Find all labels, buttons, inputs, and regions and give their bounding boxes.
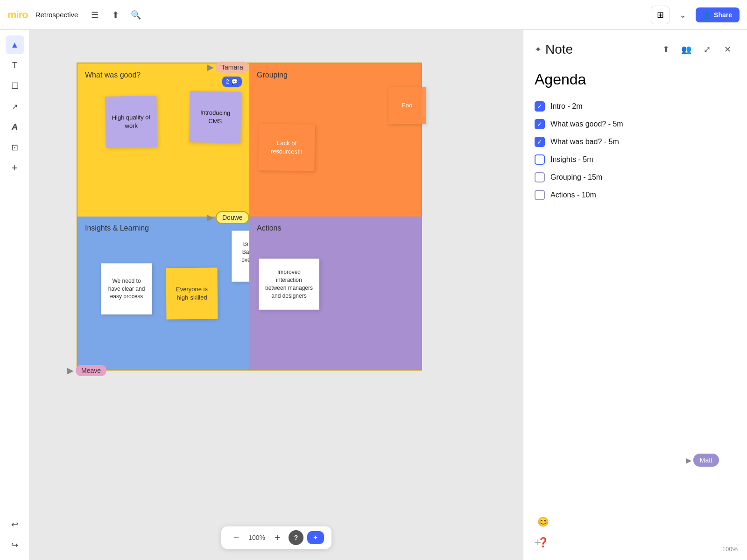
frame-tool[interactable]: ⊡	[6, 138, 24, 157]
share-label: Share	[714, 11, 732, 19]
agenda-text-insights: Insights - 5m	[550, 155, 593, 164]
sticky-improved-interaction[interactable]: Improved interaction between managers an…	[259, 259, 319, 310]
pin-icon: ✦	[535, 44, 542, 55]
agenda-item-insights: Insights - 5m	[535, 154, 736, 165]
agenda-item-actions: Actions - 10m	[535, 190, 736, 200]
emoji-icon[interactable]: 😊	[535, 513, 551, 530]
quadrant-grouping: Grouping Foo Lack of resources!!!	[249, 63, 421, 217]
right-panel: ✦ Note ⬆ 👥 ⤢ ✕ Agenda ✓ Intro - 2m ✓ Wha…	[523, 30, 747, 560]
matt-label: Matt	[693, 454, 719, 467]
tamara-label: Tamara	[216, 62, 249, 73]
douwe-label: Douwe	[216, 211, 249, 224]
cursor-tool[interactable]: ▲	[6, 35, 24, 54]
panel-footer: 😊 ❓	[535, 513, 551, 551]
checkbox-bad[interactable]: ✓	[535, 137, 545, 147]
cursor-tamara: ▶ Tamara	[207, 62, 249, 73]
zoom-level: 100%	[247, 534, 266, 541]
add-tool[interactable]: +	[6, 159, 24, 177]
retro-board: What was good? High quality of work Intr…	[77, 63, 422, 371]
chat-icon: 💬	[231, 78, 238, 85]
ai-button[interactable]: ✦	[307, 531, 324, 544]
text2-tool[interactable]: A	[6, 118, 24, 136]
matt-arrow: ▶	[686, 456, 691, 465]
topbar: miro Retrospective ☰ ⬆ 🔍 ⊞ ⌄ 👤 Share	[0, 0, 747, 30]
meave-label: Meave	[76, 365, 106, 376]
pen-tool[interactable]: ↗	[6, 97, 24, 116]
panel-header: ✦ Note ⬆ 👥 ⤢ ✕	[535, 41, 736, 58]
redo-button[interactable]: ↪	[6, 536, 24, 554]
agenda-title: Agenda	[535, 71, 736, 88]
miro-logo: miro	[7, 9, 28, 21]
search-icon[interactable]: 🔍	[128, 7, 143, 22]
panel-help-icon[interactable]: ❓	[535, 534, 551, 551]
agenda-text-good: What was good? - 5m	[550, 120, 623, 128]
chat-bubble[interactable]: 2 💬	[222, 77, 242, 87]
ai-icon: ✦	[313, 534, 318, 541]
left-toolbar: ▲ T ☐ ↗ A ⊡ + ↩ ↪	[0, 30, 30, 560]
meave-arrow: ▶	[67, 365, 74, 376]
menu-icon[interactable]: ☰	[87, 7, 102, 22]
agenda-item-intro: ✓ Intro - 2m	[535, 101, 736, 112]
quadrant-insights-label: Insights & Learning	[85, 224, 242, 232]
sticky-introducing-cms[interactable]: Introducing CMS	[189, 91, 241, 143]
panel-collab-icon[interactable]: 👥	[678, 41, 695, 58]
text-tool[interactable]: T	[6, 56, 24, 75]
cursor-douwe: ▶ Douwe	[207, 211, 249, 224]
cursor-matt: ▶ Matt	[686, 454, 719, 467]
chevron-down-icon[interactable]: ⌄	[675, 7, 690, 22]
agenda-text-actions: Actions - 10m	[550, 191, 596, 199]
checkbox-intro[interactable]: ✓	[535, 101, 545, 112]
cursor-meave: ▶ Meave	[67, 365, 106, 376]
share-icon: 👤	[703, 11, 711, 19]
quadrant-grouping-label: Grouping	[257, 71, 414, 79]
panel-expand-icon[interactable]: ⤢	[698, 41, 715, 58]
panel-close-button[interactable]: ✕	[719, 41, 736, 58]
sticky-foo[interactable]: Foo	[388, 87, 426, 124]
checkbox-grouping[interactable]	[535, 172, 545, 182]
agenda-text-grouping: Grouping - 15m	[550, 173, 602, 182]
canvas-area[interactable]: What was good? High quality of work Intr…	[30, 30, 523, 560]
undo-button[interactable]: ↩	[6, 515, 24, 534]
agenda-list: ✓ Intro - 2m ✓ What was good? - 5m ✓ Wha…	[535, 101, 736, 208]
zoom-in-button[interactable]: +	[270, 530, 285, 545]
sticky-clear-process[interactable]: We need to have clear and easy process	[101, 263, 152, 315]
help-button[interactable]: ?	[289, 530, 303, 545]
share-button[interactable]: 👤 Share	[696, 7, 740, 22]
bottom-toolbar: − 100% + ? ✦	[221, 526, 331, 549]
chat-count: 2	[226, 78, 229, 85]
agenda-text-intro: Intro - 2m	[550, 102, 582, 111]
checkbox-actions[interactable]	[535, 190, 545, 200]
sticky-high-quality[interactable]: High quality of work	[105, 96, 157, 148]
agenda-item-good: ✓ What was good? - 5m	[535, 119, 736, 129]
tamara-arrow: ▶	[207, 62, 214, 72]
agenda-item-bad: ✓ What was bad? - 5m	[535, 137, 736, 147]
panel-footer-zoom: 100%	[722, 546, 738, 553]
main-area: ▲ T ☐ ↗ A ⊡ + ↩ ↪ What was good? High qu…	[0, 30, 747, 560]
zoom-out-button[interactable]: −	[229, 530, 244, 545]
panel-bottom: +	[535, 498, 736, 549]
douwe-arrow: ▶	[207, 212, 214, 223]
checkbox-insights[interactable]	[535, 154, 545, 165]
agenda-item-grouping: Grouping - 15m	[535, 172, 736, 182]
quadrant-insights: Insights & Learning Brand team's Backlog…	[78, 217, 249, 370]
agenda-text-bad: What was bad? - 5m	[550, 138, 619, 146]
sticky-lack-resources[interactable]: Lack of resources!!!	[258, 124, 315, 171]
board-title: Retrospective	[35, 11, 78, 19]
quadrant-actions: Actions Improved interaction between man…	[249, 217, 421, 370]
sticky-high-skilled[interactable]: Everyone is high-skilled	[166, 268, 218, 320]
panel-export-icon[interactable]: ⬆	[657, 41, 674, 58]
checkbox-good[interactable]: ✓	[535, 119, 545, 129]
quadrant-good: What was good? High quality of work Intr…	[78, 63, 249, 217]
export-icon[interactable]: ⬆	[108, 7, 123, 22]
panel-title: Note	[545, 42, 654, 57]
grid-button[interactable]: ⊞	[651, 6, 669, 24]
quadrant-actions-label: Actions	[257, 224, 414, 232]
sticky-tool[interactable]: ☐	[6, 77, 24, 95]
